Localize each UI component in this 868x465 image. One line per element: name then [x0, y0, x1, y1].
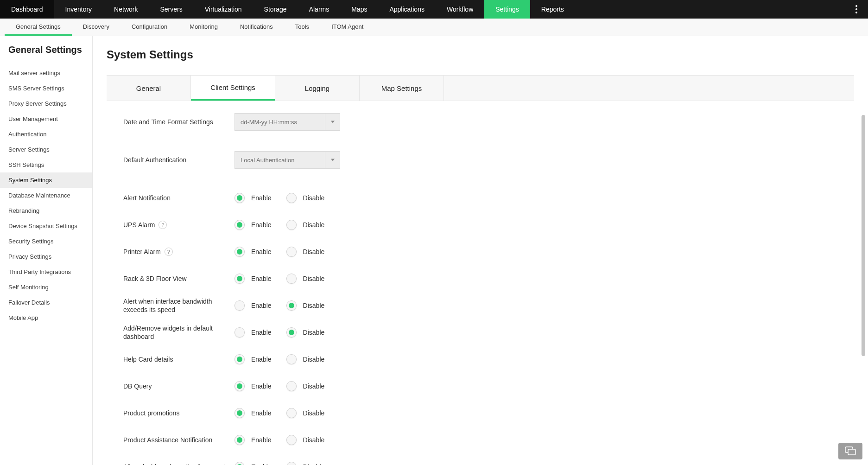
- toggle-label: Alert Notification: [123, 194, 234, 202]
- chat-button[interactable]: [838, 443, 862, 459]
- enable-radio[interactable]: [234, 408, 245, 418]
- help-icon[interactable]: ?: [158, 221, 167, 229]
- sub-nav-item-configuration[interactable]: Configuration: [120, 19, 178, 36]
- sidebar-item-server-settings[interactable]: Server Settings: [0, 142, 92, 157]
- disable-label: Disable: [303, 329, 325, 336]
- tab-general[interactable]: General: [107, 76, 191, 101]
- radio-dot-icon: [237, 303, 242, 308]
- tab-map-settings[interactable]: Map Settings: [360, 76, 444, 101]
- enable-label: Enable: [251, 275, 272, 282]
- toggle-row-ups-alarm: UPS Alarm?EnableDisable: [123, 214, 849, 236]
- sidebar-item-proxy-server-settings[interactable]: Proxy Server Settings: [0, 96, 92, 111]
- top-nav-item-alarms[interactable]: Alarms: [298, 0, 341, 19]
- sub-nav-item-discovery[interactable]: Discovery: [72, 19, 120, 36]
- disable-label: Disable: [303, 436, 325, 444]
- toggle-label-text: Allow dashboard creation for operator: [123, 463, 231, 465]
- disable-radio[interactable]: [286, 435, 297, 445]
- sidebar-item-device-snapshot-settings[interactable]: Device Snapshot Settings: [0, 218, 92, 234]
- enable-radio[interactable]: [234, 193, 245, 203]
- toggle-label-text: Product promotions: [123, 409, 179, 417]
- enable-radio[interactable]: [234, 354, 245, 364]
- sub-nav-item-tools[interactable]: Tools: [284, 19, 320, 36]
- top-nav-item-virtualization[interactable]: Virtualization: [194, 0, 253, 19]
- radio-group: EnableDisable: [234, 462, 333, 465]
- enable-radio[interactable]: [234, 381, 245, 391]
- disable-radio[interactable]: [286, 220, 297, 230]
- enable-radio[interactable]: [234, 300, 245, 311]
- enable-radio[interactable]: [234, 274, 245, 284]
- sub-nav-item-general-settings[interactable]: General Settings: [5, 19, 72, 36]
- toggle-label-text: UPS Alarm: [123, 221, 155, 229]
- enable-label: Enable: [251, 329, 272, 336]
- disable-radio[interactable]: [286, 381, 297, 391]
- enable-radio[interactable]: [234, 220, 245, 230]
- sidebar-item-third-party-integrations[interactable]: Third Party Integrations: [0, 264, 92, 280]
- radio-dot-icon: [289, 357, 294, 362]
- disable-radio[interactable]: [286, 247, 297, 257]
- top-nav-item-inventory[interactable]: Inventory: [54, 0, 103, 19]
- sub-nav-item-itom-agent[interactable]: ITOM Agent: [320, 19, 374, 36]
- top-nav-item-maps[interactable]: Maps: [340, 0, 378, 19]
- disable-radio[interactable]: [286, 354, 297, 364]
- radio-dot-icon: [289, 249, 294, 255]
- overflow-menu-button[interactable]: [849, 0, 863, 19]
- top-nav-item-network[interactable]: Network: [103, 0, 149, 19]
- sidebar-item-mobile-app[interactable]: Mobile App: [0, 310, 92, 325]
- disable-radio[interactable]: [286, 462, 297, 465]
- radio-dot-icon: [237, 222, 242, 228]
- sidebar-item-sms-server-settings[interactable]: SMS Server Settings: [0, 81, 92, 96]
- toggle-label-text: DB Query: [123, 382, 152, 390]
- top-nav-item-workflow[interactable]: Workflow: [436, 0, 484, 19]
- sidebar-item-database-maintenance[interactable]: Database Maintenance: [0, 188, 92, 203]
- sidebar-item-security-settings[interactable]: Security Settings: [0, 234, 92, 249]
- scrollbar-thumb[interactable]: [862, 115, 865, 356]
- disable-label: Disable: [303, 194, 325, 202]
- svg-point-0: [855, 5, 857, 7]
- sidebar-item-rebranding[interactable]: Rebranding: [0, 203, 92, 218]
- date-format-value: dd-MM-yy HH:mm:ss: [235, 119, 325, 126]
- sub-nav: General SettingsDiscoveryConfigurationMo…: [0, 19, 868, 36]
- main-content: System Settings GeneralClient SettingsLo…: [93, 36, 868, 465]
- disable-radio[interactable]: [286, 300, 297, 311]
- enable-radio[interactable]: [234, 327, 245, 338]
- radio-dot-icon: [237, 249, 242, 255]
- chat-icon: [845, 446, 856, 456]
- sidebar-item-self-monitoring[interactable]: Self Monitoring: [0, 280, 92, 295]
- disable-radio[interactable]: [286, 274, 297, 284]
- help-icon[interactable]: ?: [165, 248, 173, 256]
- sidebar-item-authentication[interactable]: Authentication: [0, 127, 92, 142]
- top-nav-item-storage[interactable]: Storage: [253, 0, 298, 19]
- enable-radio[interactable]: [234, 247, 245, 257]
- scrollbar[interactable]: [862, 115, 865, 356]
- tab-logging[interactable]: Logging: [275, 76, 360, 101]
- sidebar-item-user-management[interactable]: User Management: [0, 111, 92, 127]
- sidebar-item-mail-server-settings[interactable]: Mail server settings: [0, 65, 92, 81]
- sidebar-item-system-settings[interactable]: System Settings: [0, 172, 92, 188]
- enable-radio[interactable]: [234, 462, 245, 465]
- toggle-label-text: Add/Remove widgets in default dashboard: [123, 324, 234, 341]
- top-nav-item-reports[interactable]: Reports: [530, 0, 575, 19]
- enable-label: Enable: [251, 436, 272, 444]
- top-nav-item-servers[interactable]: Servers: [149, 0, 193, 19]
- enable-radio[interactable]: [234, 435, 245, 445]
- disable-radio[interactable]: [286, 193, 297, 203]
- disable-radio[interactable]: [286, 408, 297, 418]
- toggle-label: Alert when interface bandwidth exceeds i…: [123, 297, 234, 314]
- page-title: System Settings: [107, 48, 854, 61]
- sidebar-item-privacy-settings[interactable]: Privacy Settings: [0, 249, 92, 264]
- disable-radio[interactable]: [286, 327, 297, 338]
- sidebar-item-failover-details[interactable]: Failover Details: [0, 295, 92, 310]
- sidebar-item-ssh-settings[interactable]: SSH Settings: [0, 157, 92, 172]
- top-nav-item-settings[interactable]: Settings: [484, 0, 530, 19]
- date-format-select[interactable]: dd-MM-yy HH:mm:ss: [234, 113, 340, 131]
- default-auth-select[interactable]: Local Authentication: [234, 151, 340, 169]
- radio-dot-icon: [289, 195, 294, 201]
- top-nav-item-applications[interactable]: Applications: [378, 0, 436, 19]
- chevron-down-icon: [325, 114, 340, 130]
- top-nav-item-dashboard[interactable]: Dashboard: [0, 0, 54, 19]
- sub-nav-item-notifications[interactable]: Notifications: [229, 19, 284, 36]
- tab-client-settings[interactable]: Client Settings: [191, 76, 275, 101]
- sub-nav-item-monitoring[interactable]: Monitoring: [178, 19, 229, 36]
- radio-dot-icon: [237, 410, 242, 416]
- toggle-row-alert-notification: Alert NotificationEnableDisable: [123, 187, 849, 209]
